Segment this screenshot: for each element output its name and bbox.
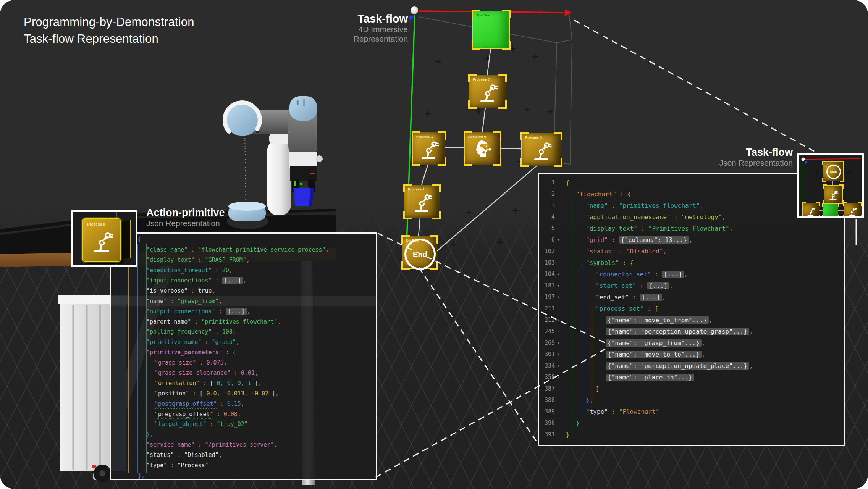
code-token: "grasp_from" [177,298,218,305]
code-line: { [111,234,376,245]
code-token: } [576,420,580,427]
code-token: "GRASP_FROM" [205,257,246,263]
folded-region-chip[interactable]: {"name": "place_to"...} [606,374,694,381]
code-token: ] [268,390,275,397]
code-line: 391} [539,429,844,440]
axis-origin-sphere [411,6,418,14]
robot-icon [828,190,839,201]
code-line: "target_object" : "tray_02" [111,419,376,429]
flowchart-node-process-0[interactable]: Process 0 [469,75,506,108]
code-token: "grasp_size" [155,359,196,366]
flowchart-node-mini-robot-2[interactable] [802,203,819,218]
code-token: : [619,259,630,266]
corner-bracket [430,235,438,244]
code-token: "primitives_flowchart" [619,202,700,209]
fold-caret-icon[interactable]: › [555,363,565,369]
code-line: 6›"grid" : {"columns": 13...}, [539,234,844,245]
fold-caret-icon[interactable]: › [555,282,565,289]
code-token: , [326,246,329,253]
code-line: 104›"connector_set" : [...], [539,268,844,280]
code-token: , [702,351,705,358]
code-token: , [729,225,733,232]
fold-caret-icon[interactable]: › [555,351,565,357]
code-token: "target_object" [155,421,206,428]
code-line: 183›"start_set" : [...], [539,280,844,291]
flowchart-node-process-3[interactable]: Process 3 [521,133,561,166]
action-primitive-label: Action-primitive Json Representation [146,207,225,228]
fold-caret-icon[interactable]: › [555,374,565,380]
code-token: : [217,400,227,407]
flowchart-node-start[interactable]: The Start [472,11,510,49]
code-token: : [671,213,682,221]
fold-caret-icon[interactable]: › [555,271,565,277]
code-token: : [636,282,647,289]
taskflow-thumbnail: Start [797,153,864,218]
node-label: Process 1 [416,135,433,139]
mini-nodes: Start [799,155,862,216]
code-token: "application_namespace" [586,213,671,221]
code-line: "grasp_size" : 0.075, [111,358,376,368]
code-token: 100 [222,328,233,335]
folded-region-chip[interactable]: [...] [662,271,684,278]
code-line: "display_text" : "GRASP_FROM", [111,255,376,265]
code-line: "primitive_parameters" : { [111,347,376,358]
code-token: "tray_02" [217,421,248,428]
code-line: 358›{"name": "place_to"...} [539,371,844,383]
code-token: true [198,287,212,294]
code-line: 388}, [539,394,844,406]
code-token: "polling_frequency" [146,328,212,335]
corner-bracket [554,132,562,140]
action-primitive-json-panel: {"class_name" : "flowchart_primitive_ser… [110,232,377,480]
code-token: { [627,190,631,198]
fold-caret-icon[interactable]: › [555,340,565,346]
flowchart-node-mini-robot-3[interactable] [844,203,861,218]
folded-region-chip[interactable]: {"name": "perception_update_place"...} [606,362,749,370]
folded-region-chip[interactable]: [...] [647,282,669,289]
line-number: 183 [539,282,555,289]
code-token: , [219,452,222,458]
code-token: "metrology" [681,213,722,221]
code-token: "postgrasp_offset" [155,400,217,407]
code-token: , [243,277,247,284]
code-token: , [275,390,279,397]
folded-region-chip[interactable]: [...] [222,277,243,284]
fold-caret-icon[interactable]: › [555,237,565,243]
folded-region-chip[interactable]: {"name": "perception_update_grasp"...} [606,328,749,335]
code-line: "grasp_size_clearance" : 0.01, [111,368,376,378]
code-token: "position" [155,390,189,397]
flowchart-node-process-2[interactable]: Process 2 [404,185,440,218]
flowchart-node-process-1[interactable]: Process 1 [412,132,445,165]
corner-bracket [858,202,862,206]
corner-bracket [843,202,847,206]
code-token: , [749,362,753,370]
flowchart-node-decision-0[interactable]: Decision 0 [464,132,501,165]
code-token: , [224,359,227,366]
corner-bracket [839,184,844,189]
flowchart-node-end[interactable]: On EndEnd [402,236,437,269]
code-token: "parent_name" [146,318,191,325]
folded-region-chip[interactable]: {"name": "grasp_from"...} [606,339,702,347]
code-token: , [702,339,705,347]
code-line: "type" : "Process" [111,460,376,471]
corner-bracket [498,74,507,82]
page-title-line1: Programming-by-Demonstration [24,14,194,31]
folded-region-chip[interactable]: [...] [226,308,247,315]
thumb-process-node: Process 0 [82,218,121,262]
fold-caret-icon[interactable]: › [555,317,565,323]
code-token: , [274,441,277,448]
code-token: , [255,370,258,376]
folded-region-chip[interactable]: {"columns": 13...} [619,236,689,244]
fold-caret-icon[interactable]: › [555,294,565,300]
flowchart-node-mini-green[interactable] [823,203,838,218]
code-line: "pregrasp_offset" : 0.08, [111,409,376,419]
fold-caret-icon[interactable]: › [555,328,565,334]
flowchart-node-mini-robot-1[interactable] [824,185,843,203]
folded-region-chip[interactable]: {"name": "move_to_from"...} [606,316,709,324]
flowchart-node-mini-start[interactable]: Start [823,161,844,181]
folded-region-chip[interactable]: [...] [640,294,662,301]
code-token: "grid" [586,236,608,244]
code-line: 301›{"name": "move_to_to"...}, [539,349,844,360]
page-title-line2: Task-flow Representation [24,31,194,47]
corner-bracket [822,203,826,207]
folded-region-chip[interactable]: {"name": "move_to_to"...} [606,351,702,358]
